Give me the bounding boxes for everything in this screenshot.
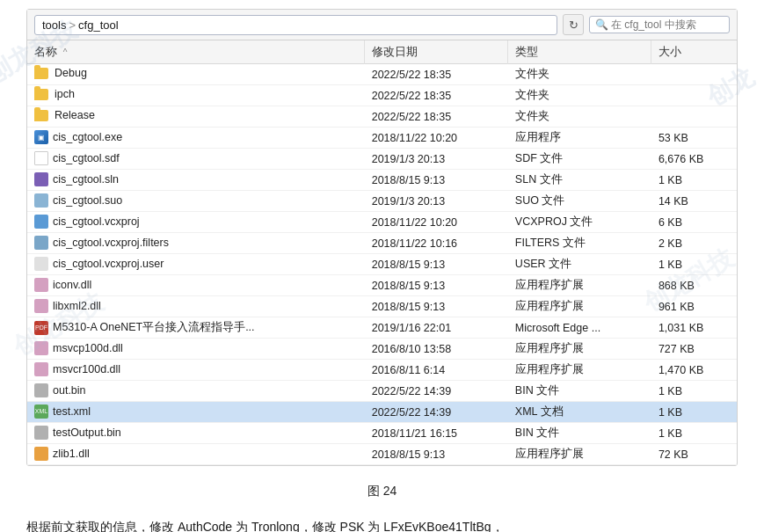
file-size	[651, 106, 737, 128]
file-name: zlib1.dll	[53, 448, 90, 460]
file-type: 应用程序扩展	[508, 275, 651, 296]
file-name-cell: testOutput.bin	[27, 423, 365, 442]
file-size: 868 KB	[651, 275, 737, 296]
table-row[interactable]: libxml2.dll 2018/8/15 9:13 应用程序扩展 961 KB	[27, 296, 737, 317]
dll-icon	[34, 278, 48, 292]
file-name-cell: Debug	[27, 64, 365, 82]
file-name-cell: out.bin	[27, 381, 365, 400]
table-row[interactable]: cis_cgtool.vcxproj.filters 2018/11/22 10…	[27, 233, 737, 254]
file-name-cell: cis_cgtool.sln	[27, 170, 365, 189]
file-name-cell: cis_cgtool.exe	[27, 128, 365, 147]
file-name: cis_cgtool.exe	[53, 131, 122, 143]
file-type: FILTERS 文件	[508, 233, 651, 254]
file-modified: 2018/11/22 10:20	[365, 212, 508, 233]
file-size: 6 KB	[651, 212, 737, 233]
file-type: 文件夹	[508, 85, 651, 106]
address-path[interactable]: tools > cfg_tool	[34, 15, 557, 35]
suo-icon	[34, 193, 48, 208]
file-name: cis_cgtool.vcxproj.user	[53, 258, 164, 270]
vcxproj-icon	[34, 215, 48, 229]
file-name: ipch	[55, 88, 75, 100]
table-row[interactable]: cis_cgtool.sdf 2019/1/3 20:13 SDF 文件 6,6…	[27, 149, 737, 170]
refresh-button[interactable]: ↻	[563, 14, 584, 35]
file-name: msvcr100d.dll	[53, 363, 120, 375]
table-row[interactable]: iconv.dll 2018/8/15 9:13 应用程序扩展 868 KB	[27, 275, 737, 296]
table-row[interactable]: ipch 2022/5/22 18:35 文件夹	[27, 85, 737, 106]
file-type: SDF 文件	[508, 149, 651, 170]
col-modified[interactable]: 修改日期	[365, 40, 508, 64]
bin-icon	[34, 383, 48, 397]
col-type[interactable]: 类型	[508, 40, 651, 64]
table-row[interactable]: cis_cgtool.vcxproj 2018/11/22 10:20 VCXP…	[27, 212, 737, 233]
sln-icon	[34, 172, 48, 186]
file-name-cell: msvcr100d.dll	[27, 360, 365, 379]
sort-arrow-icon: ^	[63, 47, 68, 57]
table-row[interactable]: cis_cgtool.vcxproj.user 2018/8/15 9:13 U…	[27, 254, 737, 275]
file-type: XML 文档	[508, 402, 651, 423]
file-type: 应用程序扩展	[508, 444, 651, 465]
table-row[interactable]: msvcp100d.dll 2016/8/10 13:58 应用程序扩展 727…	[27, 339, 737, 360]
file-modified: 2022/5/22 18:35	[365, 64, 508, 85]
file-size	[651, 64, 737, 85]
file-name: cis_cgtool.sln	[53, 173, 119, 186]
col-size[interactable]: 大小	[651, 40, 737, 64]
path-segment-tools: tools	[42, 18, 66, 32]
file-modified: 2018/11/21 16:15	[365, 423, 508, 444]
dll-icon	[34, 341, 48, 355]
file-modified: 2022/5/22 14:39	[365, 402, 508, 423]
file-name-cell: Release	[27, 106, 365, 124]
file-modified: 2018/8/15 9:13	[365, 170, 508, 191]
table-row[interactable]: cis_cgtool.exe 2018/11/22 10:20 应用程序 53 …	[27, 128, 737, 149]
file-type: Microsoft Edge ...	[508, 317, 651, 339]
file-size: 2 KB	[651, 233, 737, 254]
file-name-cell: iconv.dll	[27, 275, 365, 295]
dll-icon	[34, 299, 48, 313]
file-name-cell: PDF M5310-A OneNET平台接入流程指导手...	[27, 317, 365, 338]
file-size: 53 KB	[651, 128, 737, 149]
file-type: BIN 文件	[508, 381, 651, 402]
file-name: Debug	[55, 67, 87, 79]
file-modified: 2019/1/16 22:01	[365, 317, 508, 339]
file-name: test.xml	[53, 405, 91, 418]
file-modified: 2018/8/15 9:13	[365, 296, 508, 317]
file-name-cell: cis_cgtool.vcxproj.user	[27, 254, 365, 273]
search-input[interactable]	[611, 18, 725, 31]
file-name-cell: cis_cgtool.vcxproj.filters	[27, 233, 365, 252]
table-row[interactable]: cis_cgtool.sln 2018/8/15 9:13 SLN 文件 1 K…	[27, 170, 737, 191]
table-row[interactable]: cis_cgtool.suo 2019/1/3 20:13 SUO 文件 14 …	[27, 191, 737, 212]
file-size	[651, 85, 737, 106]
table-row[interactable]: out.bin 2022/5/22 14:39 BIN 文件 1 KB	[27, 381, 737, 402]
file-type: 应用程序扩展	[508, 339, 651, 360]
table-row[interactable]: Release 2022/5/22 18:35 文件夹	[27, 106, 737, 128]
file-name: testOutput.bin	[53, 426, 121, 439]
xml-icon: XML	[34, 404, 48, 419]
table-row[interactable]: XML test.xml 2022/5/22 14:39 XML 文档 1 KB	[27, 402, 737, 423]
file-name: Release	[55, 109, 95, 121]
file-explorer: tools > cfg_tool ↻ 🔍 名称 ^ 修改日期 类型 大小	[26, 9, 738, 466]
file-name: M5310-A OneNET平台接入流程指导手...	[53, 320, 255, 335]
zlib-icon	[34, 447, 48, 461]
file-size: 1,031 KB	[651, 317, 737, 339]
table-row[interactable]: msvcr100d.dll 2016/8/11 6:14 应用程序扩展 1,47…	[27, 360, 737, 381]
file-type: 文件夹	[508, 106, 651, 128]
file-size: 14 KB	[651, 191, 737, 212]
table-row[interactable]: PDF M5310-A OneNET平台接入流程指导手... 2019/1/16…	[27, 317, 737, 339]
table-row[interactable]: Debug 2022/5/22 18:35 文件夹	[27, 64, 737, 85]
body-text: 根据前文获取的信息，修改 AuthCode 为 Tronlong，修改 PSK …	[0, 510, 764, 532]
col-name[interactable]: 名称 ^	[27, 40, 365, 64]
folder-icon	[34, 110, 48, 121]
address-bar: tools > cfg_tool ↻ 🔍	[27, 10, 737, 40]
table-row[interactable]: testOutput.bin 2018/11/21 16:15 BIN 文件 1…	[27, 423, 737, 444]
file-name-cell: cis_cgtool.vcxproj	[27, 212, 365, 231]
file-size: 1,470 KB	[651, 360, 737, 381]
sdf-icon	[34, 151, 48, 165]
file-modified: 2018/11/22 10:16	[365, 233, 508, 254]
file-size: 961 KB	[651, 296, 737, 317]
file-modified: 2016/8/10 13:58	[365, 339, 508, 360]
search-box[interactable]: 🔍	[589, 16, 730, 33]
file-name-cell: msvcp100d.dll	[27, 339, 365, 358]
path-segment-cfg-tool: cfg_tool	[78, 18, 119, 32]
file-name: libxml2.dll	[53, 300, 101, 312]
file-table: 名称 ^ 修改日期 类型 大小 Debug 2022/5/22 18:35 文件…	[27, 40, 737, 465]
table-row[interactable]: zlib1.dll 2018/8/15 9:13 应用程序扩展 72 KB	[27, 444, 737, 465]
